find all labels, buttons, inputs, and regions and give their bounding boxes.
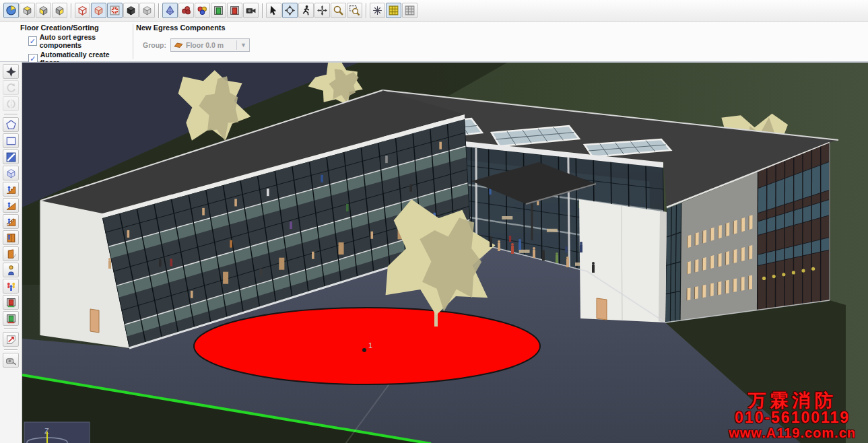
show-occupants-icon <box>180 5 192 16</box>
show-geometry-button[interactable] <box>162 3 178 18</box>
navigation-gizmo[interactable]: Z <box>24 422 90 443</box>
escalator-tool-button[interactable] <box>3 214 19 229</box>
toolbar-separator <box>4 349 18 350</box>
exit-door-tool-icon <box>5 297 17 308</box>
record-movie-button[interactable] <box>243 3 259 18</box>
zoom-tool-icon <box>333 5 344 16</box>
show-exits-button[interactable] <box>227 3 242 18</box>
pan-tool-button[interactable] <box>314 3 330 18</box>
toolbar-separator <box>71 3 71 18</box>
view-front-button[interactable] <box>36 3 51 18</box>
render-solid-button[interactable] <box>91 3 106 18</box>
mirror-tool-icon <box>5 98 17 110</box>
toolbar-separator <box>4 329 18 329</box>
show-textures-button[interactable] <box>107 3 123 18</box>
scene-canvas: 1 Z <box>22 63 868 443</box>
show-occupants-button[interactable] <box>178 3 194 18</box>
rectangle-room-tool-button[interactable] <box>3 133 19 148</box>
movement-group-tool-icon <box>5 334 17 345</box>
move-tool-icon <box>5 66 17 77</box>
floor-icon <box>174 42 183 48</box>
toolbar-separator <box>366 3 366 18</box>
view-side-button[interactable] <box>52 3 67 18</box>
grid-off-button[interactable] <box>402 3 418 18</box>
occupant-tool-icon <box>5 265 17 276</box>
render-wireframe-button[interactable] <box>75 3 90 18</box>
axis-tool-button[interactable] <box>370 3 385 18</box>
movement-group-tool-button[interactable] <box>3 332 19 347</box>
polygon-room-tool-button[interactable] <box>3 117 19 132</box>
rotate-tool-icon <box>5 82 17 94</box>
occupant-group-tool-icon <box>5 281 17 292</box>
elevator-tool-icon <box>5 232 17 244</box>
zoom-box-tool-icon <box>349 5 360 16</box>
view-front-icon <box>38 5 49 16</box>
view-perspective-button[interactable] <box>3 3 19 18</box>
chevron-down-icon: ▼ <box>236 40 246 50</box>
ramp-tool-icon <box>5 200 17 211</box>
axis-tool-icon <box>372 5 383 16</box>
ribbon-divider <box>133 24 133 59</box>
polygon-room-tool-icon <box>5 119 17 131</box>
walk-tool-icon <box>300 5 312 16</box>
select-tool-icon <box>268 5 279 16</box>
view-top-button[interactable] <box>20 3 35 18</box>
end-wall-door <box>90 309 99 333</box>
left-toolbar <box>0 62 22 443</box>
orbit-tool-button[interactable] <box>282 3 298 18</box>
grid-off-icon <box>404 5 415 16</box>
select-tool-button[interactable] <box>266 3 281 18</box>
measure-tool-button[interactable] <box>3 353 19 368</box>
thin-room-tool-button[interactable] <box>3 149 19 164</box>
thin-room-tool-icon <box>5 151 17 163</box>
show-doors-button[interactable] <box>211 3 226 18</box>
exit-door-tool-button[interactable] <box>3 295 19 310</box>
toolbar-separator <box>4 114 18 114</box>
danger-zone-circle[interactable] <box>194 308 540 384</box>
floor-group-title: Floor Creation/Sorting <box>20 24 129 32</box>
stairs-tool-icon <box>5 184 17 195</box>
escalator-tool-icon <box>5 216 17 228</box>
3d-viewport[interactable]: 1 Z 万霖消防 010-56100119 www.A119.com.cn <box>22 62 868 443</box>
ribbon-panel: Floor Creation/Sorting Auto sort egress … <box>0 22 868 62</box>
walk-tool-button[interactable] <box>298 3 314 18</box>
mirror-tool-button[interactable] <box>3 96 19 111</box>
pathfinder-window: Floor Creation/Sorting Auto sort egress … <box>0 0 868 443</box>
show-textures-icon <box>109 5 121 16</box>
obstruction-tool-button[interactable] <box>3 166 19 180</box>
auto-sort-label: Auto sort egress components <box>40 33 129 49</box>
zoom-tool-button[interactable] <box>331 3 346 18</box>
interior-door-tool-icon <box>5 313 17 325</box>
group-label: Group: <box>143 41 166 49</box>
record-movie-icon <box>245 5 257 16</box>
interior-door-tool-button[interactable] <box>3 311 19 326</box>
view-side-icon <box>54 5 65 16</box>
ramp-tool-button[interactable] <box>3 198 19 213</box>
auto-sort-checkbox[interactable] <box>28 36 37 46</box>
shade-light-button[interactable] <box>139 3 155 18</box>
elevator-tool-button[interactable] <box>3 230 19 245</box>
door-tool-button[interactable] <box>3 246 19 261</box>
move-tool-button[interactable] <box>3 64 19 79</box>
show-groups-icon <box>197 5 208 16</box>
orbit-tool-icon <box>284 5 296 16</box>
rotate-tool-button[interactable] <box>3 80 19 95</box>
toolbar-separator <box>262 3 263 18</box>
zoom-box-tool-button[interactable] <box>347 3 362 18</box>
render-wireframe-icon <box>77 5 88 16</box>
tower-door <box>597 298 607 320</box>
group-dropdown[interactable]: Floor 0.0 m ▼ <box>170 38 250 52</box>
shade-dark-button[interactable] <box>123 3 139 18</box>
shade-light-icon <box>141 5 153 16</box>
view-perspective-icon <box>5 5 17 16</box>
stairs-tool-button[interactable] <box>3 182 19 197</box>
grid-on-icon <box>388 5 399 16</box>
top-toolbar <box>0 0 868 22</box>
show-exits-icon <box>229 5 240 16</box>
show-groups-button[interactable] <box>195 3 210 18</box>
occupant-group-tool-button[interactable] <box>3 279 19 294</box>
occupant-tool-button[interactable] <box>3 263 19 277</box>
grid-on-button[interactable] <box>386 3 401 18</box>
obstruction-tool-icon <box>5 168 17 179</box>
show-geometry-icon <box>164 5 176 16</box>
